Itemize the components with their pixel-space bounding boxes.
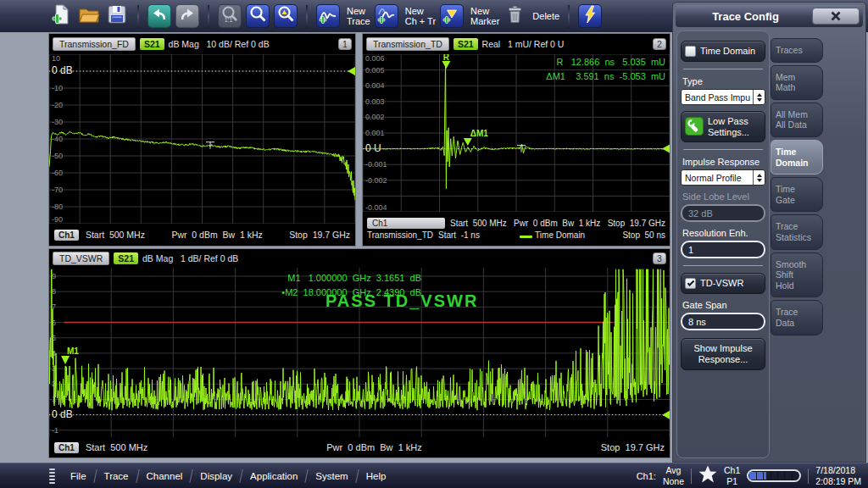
open-button[interactable] xyxy=(77,4,101,28)
average-status: AvgNone xyxy=(663,465,684,485)
tab-time-domain[interactable]: TimeDomain xyxy=(771,140,823,175)
sweep-star-icon xyxy=(698,465,717,487)
stop-frequency-label: Stop 19.7 GHz xyxy=(601,442,665,452)
time-domain-toggle-button[interactable]: Time Domain xyxy=(681,41,765,62)
wrench-icon xyxy=(685,117,704,137)
plot-header: Transmission_TD S21 Real 1 mU/ Ref 0 U 2 xyxy=(363,34,670,54)
svg-text:0.003: 0.003 xyxy=(365,97,385,106)
delete-button[interactable]: Delete xyxy=(504,3,559,29)
type-dropdown[interactable]: Band Pass Impu xyxy=(681,89,765,105)
menu-trace[interactable]: Trace xyxy=(96,471,137,481)
trace-format-label: dB Mag 1 dB/ Ref 0 dB xyxy=(142,253,238,263)
plot-footer: Ch1 Start 500 MHz Pwr 0 dBm Bw 1 kHz Sto… xyxy=(49,437,670,458)
new-trace-button[interactable]: NewTrace xyxy=(316,4,370,28)
svg-text:-50: -50 xyxy=(52,152,63,160)
svg-text:-90: -90 xyxy=(52,215,63,224)
tab-mem-math[interactable]: MemMath xyxy=(771,65,823,100)
trace-name-button[interactable]: TD_VSWR xyxy=(53,252,109,265)
datetime-status: 7/18/20182:08:19 PM xyxy=(815,465,861,485)
new-channel-trace-button[interactable]: NewCh + Tr xyxy=(375,4,436,28)
menu-system[interactable]: System xyxy=(307,471,356,481)
zoom-1to1-button[interactable]: 1:1 xyxy=(218,4,242,28)
new-trace-label-1: New xyxy=(347,6,370,16)
diagram-number-badge: 2 xyxy=(653,38,666,50)
plot-area-transmission-td[interactable]: 0.0060.0050.0040.0030.0020.001-0.001-0.0… xyxy=(363,54,670,212)
trace-name-label: Transmission_TD xyxy=(367,230,433,240)
channel-button[interactable]: Ch1 xyxy=(367,218,445,229)
menu-file[interactable]: File xyxy=(62,471,95,481)
plot-area-td-vswr[interactable]: 987654321-1M1 M1 1.000000 GHz 3.1651 dB … xyxy=(49,268,670,437)
menu-channel[interactable]: Channel xyxy=(138,471,192,481)
start-time-label: Start -1 ns xyxy=(438,230,480,240)
magnifier-1to1-icon: 1:1 xyxy=(220,4,240,28)
svg-text:M1: M1 xyxy=(67,347,79,356)
resolution-enh-label: Resolution Enh. xyxy=(682,228,764,238)
side-lobe-level-field: 32 dB xyxy=(681,204,765,222)
tab-time-gate[interactable]: TimeGate xyxy=(771,177,823,212)
zoom-in-button[interactable] xyxy=(246,4,270,28)
redo-button[interactable] xyxy=(175,4,199,28)
new-recall-set-button[interactable] xyxy=(49,4,73,28)
checkbox-unchecked-icon xyxy=(685,46,696,57)
close-button[interactable] xyxy=(812,8,860,25)
new-marker-button[interactable]: NewMarker xyxy=(440,4,499,28)
tab-trace-statistics[interactable]: TraceStatistics xyxy=(771,214,823,249)
sweep-progress-bar xyxy=(747,469,801,482)
spinner-icon[interactable] xyxy=(753,170,765,185)
menu-application[interactable]: Application xyxy=(242,471,306,481)
quick-access-button[interactable] xyxy=(578,4,602,28)
type-dropdown-value: Band Pass Impu xyxy=(682,92,753,103)
svg-text:-20: -20 xyxy=(52,101,63,109)
show-impulse-response-label: Show ImpulseResponse... xyxy=(693,343,752,364)
svg-text:0.001: 0.001 xyxy=(365,129,385,137)
tab-smooth-shift-hold[interactable]: SmoothShiftHold xyxy=(771,252,823,298)
tab-traces[interactable]: Traces xyxy=(771,38,823,63)
plot-area-transmission-fd[interactable]: 10-10-20-30-40-50-60-70-80-90 0 dB xyxy=(49,54,355,224)
vna-screen: 1:1 NewTrace NewCh + Tr xyxy=(0,0,868,488)
save-button[interactable] xyxy=(105,4,129,28)
toolbar-separator xyxy=(137,5,139,28)
tab-trace-data[interactable]: TraceData xyxy=(771,300,823,335)
diagram-td-vswr: TD_VSWR S21 dB Mag 1 dB/ Ref 0 dB 3 9876… xyxy=(48,248,670,458)
trace-name-button[interactable]: Transmission_FD xyxy=(53,37,136,51)
svg-text:-0.004: -0.004 xyxy=(365,203,387,212)
sparam-badge: S21 xyxy=(453,38,478,50)
svg-text:ΔM1: ΔM1 xyxy=(470,129,489,138)
zoom-select-button[interactable] xyxy=(274,4,298,28)
spinner-icon[interactable] xyxy=(753,90,765,104)
power-bandwidth-label: Pwr 0 dBm Bw 1 kHz xyxy=(154,442,594,452)
channel-badge[interactable]: Ch1 xyxy=(54,230,79,241)
td-vswr-checkbox-button[interactable]: TD-VSWR xyxy=(681,273,765,294)
undo-button[interactable] xyxy=(147,4,171,28)
resolution-enh-field[interactable]: 1 xyxy=(681,241,765,258)
trash-icon xyxy=(504,3,526,29)
trace-name-button[interactable]: Transmission_TD xyxy=(366,37,449,51)
new-ch-tr-label-1: New xyxy=(405,6,436,16)
impulse-response-dropdown[interactable]: Normal Profile xyxy=(681,169,765,186)
time-domain-button-label: Time Domain xyxy=(700,46,755,57)
low-pass-settings-label: Low PassSettings... xyxy=(708,116,749,137)
folder-icon xyxy=(78,3,100,29)
toolbar-separator xyxy=(568,5,570,28)
separator xyxy=(683,69,763,69)
window-title: Trace Config xyxy=(679,10,812,23)
sparam-badge: S21 xyxy=(140,38,164,50)
new-channel-trace-icon xyxy=(375,4,398,28)
trace-config-titlebar[interactable]: Trace Config xyxy=(676,5,863,27)
time-domain-softtool: Time Domain Type Band Pass Impu Low Pass… xyxy=(676,30,770,458)
menu-grip-icon[interactable] xyxy=(49,469,55,484)
menu-help[interactable]: Help xyxy=(358,471,395,481)
gate-span-field[interactable]: 8 ns xyxy=(681,313,765,330)
low-pass-settings-button[interactable]: Low PassSettings... xyxy=(681,111,765,142)
stop-frequency-label: Stop 19.7 GHz xyxy=(289,230,350,240)
magnifier-icon xyxy=(248,4,268,28)
redo-arrow-icon xyxy=(177,4,198,28)
sparam-badge: S21 xyxy=(114,252,138,264)
svg-text:-0.002: -0.002 xyxy=(365,176,387,185)
show-impulse-response-button[interactable]: Show ImpulseResponse... xyxy=(681,338,765,369)
menu-display[interactable]: Display xyxy=(192,471,241,481)
svg-text:0.005: 0.005 xyxy=(365,66,385,75)
tab-all-mem-all-data[interactable]: All MemAll Data xyxy=(771,103,823,137)
svg-text:R: R xyxy=(443,54,450,62)
channel-badge[interactable]: Ch1 xyxy=(54,442,79,453)
